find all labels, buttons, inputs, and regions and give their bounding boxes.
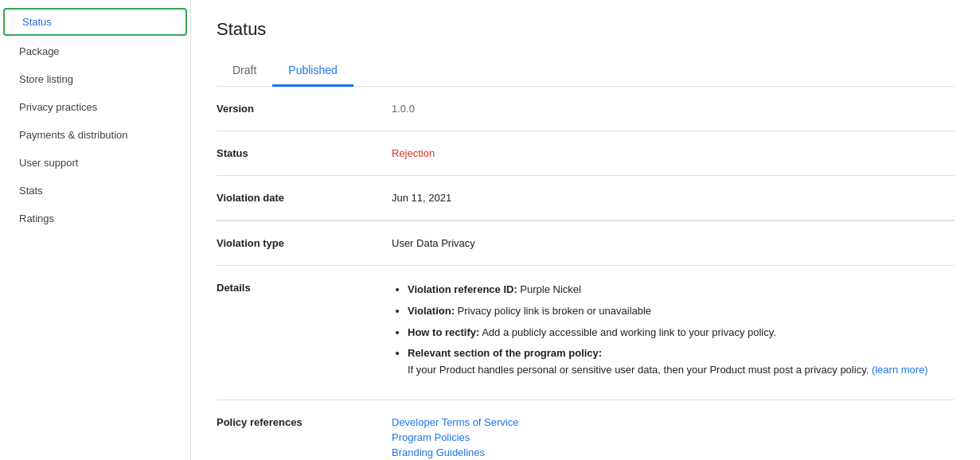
violation-type-label: Violation type (217, 221, 392, 266)
sidebar-item-ratings[interactable]: Ratings (0, 205, 190, 232)
sidebar-item-stats[interactable]: Stats (0, 177, 190, 205)
table-row-details: Details Violation reference ID: Purple N… (217, 266, 955, 400)
list-item-rectify: How to rectify: Add a publicly accessibl… (408, 325, 955, 341)
table-row-version: Version 1.0.0 (217, 87, 955, 131)
violation-type-value[interactable]: User Data Privacy (392, 221, 955, 266)
details-value: Violation reference ID: Purple Nickel Vi… (392, 266, 955, 400)
info-table: Version 1.0.0 Status Rejection Violation… (217, 87, 955, 460)
version-label: Version (217, 87, 392, 131)
tab-published[interactable]: Published (272, 56, 353, 87)
policy-link-developer-terms[interactable]: Developer Terms of Service (392, 416, 955, 428)
page-title: Status (217, 19, 955, 40)
status-label: Status (217, 131, 392, 176)
learn-more-link[interactable]: (learn more) (872, 364, 928, 376)
policy-link-program-policies[interactable]: Program Policies (392, 431, 955, 443)
sidebar-item-store-listing[interactable]: Store listing (0, 65, 190, 93)
detail-bold-3: How to rectify: (408, 326, 479, 338)
status-value: Rejection (392, 131, 955, 176)
list-item-reference: Violation reference ID: Purple Nickel (408, 282, 955, 298)
detail-bold-4: Relevant section of the program policy: (408, 347, 602, 359)
tab-draft[interactable]: Draft (217, 56, 272, 87)
detail-bold-1: Violation reference ID: (408, 283, 517, 295)
details-list: Violation reference ID: Purple Nickel Vi… (392, 282, 955, 379)
sidebar-item-payments-distribution[interactable]: Payments & distribution (0, 121, 190, 149)
tabs: Draft Published (217, 56, 955, 87)
detail-text-3: Add a publicly accessible and working li… (479, 326, 776, 338)
policy-link-branding-guidelines[interactable]: Branding Guidelines (392, 446, 955, 458)
sidebar-item-privacy-practices[interactable]: Privacy practices (0, 93, 190, 121)
list-item-violation: Violation: Privacy policy link is broken… (408, 303, 955, 320)
table-row-violation-type: Violation type User Data Privacy (217, 221, 955, 266)
violation-type-link[interactable]: User Data Privacy (392, 237, 475, 249)
list-item-policy-section: Relevant section of the program policy: … (408, 345, 955, 379)
detail-subtext: If your Product handles personal or sens… (408, 364, 869, 376)
detail-bold-2: Violation: (408, 305, 455, 317)
policy-references-label: Policy references (217, 400, 392, 460)
table-row-policy-references: Policy references Developer Terms of Ser… (217, 400, 955, 460)
detail-text-1: Purple Nickel (517, 283, 581, 295)
table-row-status: Status Rejection (217, 131, 955, 176)
detail-text-2: Privacy policy link is broken or unavail… (455, 305, 651, 317)
details-label: Details (217, 266, 392, 400)
policy-references-value: Developer Terms of Service Program Polic… (392, 400, 955, 460)
sidebar-item-status[interactable]: Status (3, 8, 187, 36)
sidebar-item-user-support[interactable]: User support (0, 149, 190, 177)
version-value: 1.0.0 (392, 87, 955, 131)
main-content: Status Draft Published Version 1.0.0 Sta… (191, 0, 980, 460)
sidebar: Status Package Store listing Privacy pra… (0, 0, 191, 460)
sidebar-item-package[interactable]: Package (0, 37, 190, 65)
violation-date-value: Jun 11, 2021 (392, 176, 955, 220)
violation-date-label: Violation date (217, 176, 392, 220)
policy-links: Developer Terms of Service Program Polic… (392, 416, 955, 458)
table-row-violation-date: Violation date Jun 11, 2021 (217, 176, 955, 220)
